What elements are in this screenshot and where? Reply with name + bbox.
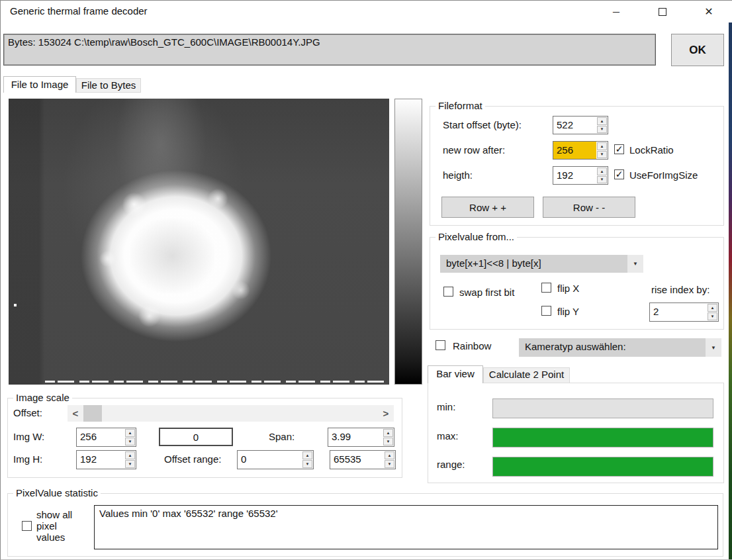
tab-bar-view[interactable]: Bar view bbox=[428, 365, 483, 383]
img-h-stepper[interactable]: 192 ▲ ▼ bbox=[76, 450, 136, 469]
img-w-label: Img W: bbox=[13, 431, 44, 442]
offset-range-max-value[interactable]: 65535 bbox=[330, 451, 384, 469]
dropdown-arrow-icon[interactable]: ▼ bbox=[627, 255, 643, 273]
image-scale-legend: Image scale bbox=[13, 392, 72, 403]
offset-range-min-value[interactable]: 0 bbox=[238, 451, 302, 469]
span-stepper[interactable]: 3.99 ▲ ▼ bbox=[328, 428, 394, 447]
spin-down-icon[interactable]: ▼ bbox=[125, 438, 135, 445]
new-row-spin: ▲ ▼ bbox=[596, 142, 608, 159]
flip-x-checkbox[interactable] bbox=[541, 283, 551, 293]
statistic-legend: PixelValue statistic bbox=[13, 487, 101, 498]
titlebar: Generic thermal frame decoder ─ ✕ bbox=[1, 1, 732, 23]
thermal-bottom-artifact-line bbox=[45, 381, 387, 383]
img-w-stepper[interactable]: 256 ▲ ▼ bbox=[76, 428, 136, 447]
background-window-color-strip bbox=[729, 23, 732, 560]
flip-x-label[interactable]: flip X bbox=[557, 283, 579, 294]
thermal-blob-core bbox=[130, 218, 214, 293]
show-all-pixel-values-label[interactable]: show all pixel values bbox=[36, 509, 88, 543]
row-plus-button[interactable]: Row + + bbox=[441, 197, 534, 218]
row-minus-button[interactable]: Row - - bbox=[543, 197, 635, 218]
maximize-button[interactable] bbox=[651, 1, 674, 23]
spin-up-icon[interactable]: ▲ bbox=[597, 142, 607, 150]
dropdown-arrow-icon[interactable]: ▼ bbox=[706, 338, 721, 357]
pixel-formula-value: byte[x+1]<<8 | byte[x] bbox=[440, 255, 626, 273]
spin-up-icon[interactable]: ▲ bbox=[125, 429, 135, 437]
spin-down-icon[interactable]: ▼ bbox=[597, 176, 607, 184]
statistic-values-box[interactable]: Values min '0' max '65532' range '65532' bbox=[94, 505, 718, 549]
offset-scrollbar[interactable]: < > bbox=[68, 405, 394, 422]
spin-up-icon[interactable]: ▲ bbox=[385, 451, 394, 459]
start-offset-spin: ▲ ▼ bbox=[596, 117, 608, 134]
file-path-field[interactable]: Bytes: 153024 C:\temp\raw\Bosch_GTC_600C… bbox=[3, 34, 656, 66]
min-label: min: bbox=[437, 401, 455, 412]
app-window: Generic thermal frame decoder ─ ✕ Bytes:… bbox=[0, 0, 732, 560]
start-offset-stepper[interactable]: 522 ▲ ▼ bbox=[553, 116, 608, 134]
tab-file-to-bytes[interactable]: File to Bytes bbox=[76, 78, 141, 93]
pixelvalue-group: Pixelvalue from... byte[x+1]<<8 | byte[x… bbox=[430, 237, 724, 330]
ok-button[interactable]: OK bbox=[671, 34, 724, 66]
kameratyp-dropdown[interactable]: Kameratyp auswählen: ▼ bbox=[519, 338, 721, 357]
spin-up-icon[interactable]: ▲ bbox=[597, 117, 607, 125]
start-offset-label: Start offset (byte): bbox=[443, 119, 522, 130]
height-stepper[interactable]: 192 ▲ ▼ bbox=[553, 166, 608, 185]
scroll-left-icon[interactable]: < bbox=[68, 405, 83, 422]
flip-y-checkbox[interactable] bbox=[541, 306, 551, 316]
offset-label: Offset: bbox=[13, 407, 42, 418]
pixelvalue-statistic-group: PixelValue statistic show all pixel valu… bbox=[7, 493, 723, 557]
swap-first-bit-checkbox[interactable] bbox=[443, 287, 453, 297]
minimize-button[interactable]: ─ bbox=[604, 1, 628, 23]
span-spin: ▲ ▼ bbox=[383, 428, 394, 446]
close-button[interactable]: ✕ bbox=[697, 1, 721, 23]
window-title: Generic thermal frame decoder bbox=[10, 5, 148, 17]
spin-down-icon[interactable]: ▼ bbox=[385, 460, 394, 468]
img-w-spin: ▲ ▼ bbox=[124, 428, 136, 446]
lock-ratio-checkbox[interactable]: ✓ bbox=[614, 144, 624, 154]
spin-up-icon[interactable]: ▲ bbox=[383, 429, 393, 437]
new-row-stepper[interactable]: 256 ▲ ▼ bbox=[553, 141, 608, 160]
tab-file-to-image[interactable]: File to Image bbox=[3, 76, 76, 93]
show-all-pixel-values-checkbox[interactable] bbox=[22, 521, 32, 531]
img-h-spin: ▲ ▼ bbox=[124, 451, 136, 469]
start-offset-value[interactable]: 522 bbox=[553, 117, 596, 134]
use-for-imgsize-checkbox[interactable]: ✓ bbox=[614, 169, 624, 179]
height-label: heigth: bbox=[443, 169, 473, 181]
offset-range-max-stepper[interactable]: 65535 ▲ ▼ bbox=[330, 450, 396, 469]
flip-y-label[interactable]: flip Y bbox=[557, 306, 579, 317]
img-w-value[interactable]: 256 bbox=[77, 428, 124, 446]
rainbow-label[interactable]: Rainbow bbox=[453, 340, 491, 351]
rainbow-checkbox[interactable] bbox=[435, 340, 445, 350]
img-h-value[interactable]: 192 bbox=[77, 451, 124, 469]
pixelvalue-legend: Pixelvalue from... bbox=[435, 231, 517, 242]
spin-up-icon[interactable]: ▲ bbox=[302, 451, 312, 459]
grayscale-bar bbox=[394, 99, 422, 385]
pixel-formula-dropdown[interactable]: byte[x+1]<<8 | byte[x] ▼ bbox=[440, 255, 643, 273]
spin-down-icon[interactable]: ▼ bbox=[125, 460, 135, 468]
rise-index-stepper[interactable]: 2 ▲ ▼ bbox=[649, 303, 719, 322]
offset-range-min-stepper[interactable]: 0 ▲ ▼ bbox=[237, 450, 314, 469]
scrollbar-thumb[interactable] bbox=[83, 405, 102, 422]
spin-up-icon[interactable]: ▲ bbox=[597, 167, 607, 175]
tab-calculate-2-point[interactable]: Calculate 2 Point bbox=[483, 367, 570, 383]
height-value[interactable]: 192 bbox=[553, 167, 596, 184]
offset-range-min-spin: ▲ ▼ bbox=[302, 451, 313, 469]
spin-down-icon[interactable]: ▼ bbox=[597, 126, 607, 134]
new-row-value[interactable]: 256 bbox=[553, 142, 596, 159]
spin-down-icon[interactable]: ▼ bbox=[708, 312, 717, 320]
spin-down-icon[interactable]: ▼ bbox=[302, 460, 312, 468]
image-scale-group: Image scale Offset: < > Img W: 256 ▲ ▼ 0… bbox=[7, 398, 402, 478]
use-for-imgsize-label[interactable]: UseForImgSize bbox=[629, 169, 698, 181]
center-value-box[interactable]: 0 bbox=[159, 428, 233, 446]
scroll-right-icon[interactable]: > bbox=[378, 405, 394, 422]
swap-first-bit-label[interactable]: swap first bit bbox=[459, 287, 514, 298]
spin-down-icon[interactable]: ▼ bbox=[383, 438, 393, 445]
offset-range-max-spin: ▲ ▼ bbox=[384, 451, 395, 469]
range-label: range: bbox=[437, 459, 465, 470]
lock-ratio-label[interactable]: LockRatio bbox=[629, 144, 674, 156]
spin-up-icon[interactable]: ▲ bbox=[125, 451, 135, 459]
spin-down-icon[interactable]: ▼ bbox=[597, 151, 607, 159]
rise-index-value[interactable]: 2 bbox=[650, 303, 707, 321]
range-bar bbox=[492, 457, 713, 477]
span-value[interactable]: 3.99 bbox=[328, 428, 383, 446]
thermal-image-view[interactable] bbox=[9, 99, 389, 385]
spin-up-icon[interactable]: ▲ bbox=[708, 304, 717, 312]
